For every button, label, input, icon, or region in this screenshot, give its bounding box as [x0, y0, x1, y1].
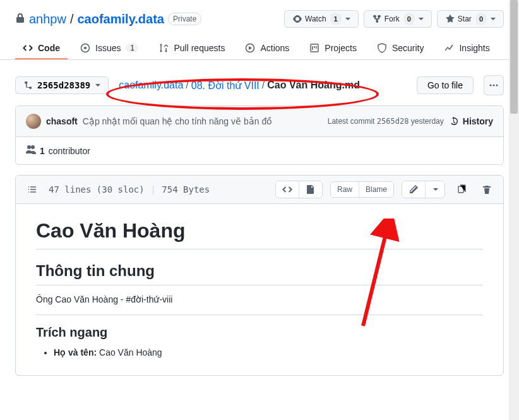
breadcrumb-file: Cao Văn Hoàng.md — [267, 80, 360, 91]
file-lines: 47 lines (30 sloc) — [49, 184, 145, 195]
copy-icon[interactable] — [453, 181, 470, 198]
tab-issues-label: Issues — [95, 43, 121, 53]
edit-button[interactable] — [402, 181, 425, 198]
star-button[interactable]: Star 0 — [437, 10, 504, 28]
tab-code[interactable]: Code — [15, 38, 68, 59]
tab-projects[interactable]: Projects — [302, 38, 364, 59]
rendered-view-button[interactable] — [299, 181, 322, 198]
content-p1: Ông Cao Văn Hoàng - #đời-thứ-viii — [36, 294, 483, 304]
commit-meta: Latest commit 2565d28 yesterday — [328, 117, 444, 126]
list-item: Họ và tên: Cao Văn Hoàng — [54, 347, 483, 357]
watch-count: 1 — [330, 13, 342, 25]
breadcrumb-folder[interactable]: 08. Đời thứ VIII — [191, 80, 260, 92]
svg-point-9 — [496, 85, 498, 87]
tab-projects-label: Projects — [325, 43, 357, 53]
edit-dropdown[interactable] — [425, 181, 444, 198]
scrollbar[interactable] — [509, 0, 519, 420]
source-view-button[interactable] — [276, 181, 299, 198]
commit-when: yesterday — [411, 117, 444, 126]
raw-button[interactable]: Raw — [331, 182, 359, 197]
svg-point-8 — [493, 85, 495, 87]
delete-icon[interactable] — [478, 181, 496, 198]
slash: / — [70, 12, 74, 27]
fork-button[interactable]: Fork 0 — [364, 10, 432, 28]
raw-blame-group: Raw Blame — [330, 181, 394, 198]
tab-pulls[interactable]: Pull requests — [151, 38, 232, 59]
repo-owner-link[interactable]: anhpw — [29, 12, 66, 27]
caret-icon — [419, 18, 424, 23]
view-mode-group — [275, 181, 323, 198]
tab-actions-label: Actions — [260, 43, 289, 53]
commit-author[interactable]: chasoft — [46, 116, 78, 126]
branch-ref: 2565d28389 — [37, 80, 90, 90]
svg-point-2 — [160, 44, 162, 46]
svg-point-7 — [490, 85, 492, 87]
watch-label: Watch — [305, 13, 326, 25]
star-label: Star — [458, 13, 472, 25]
blame-button[interactable]: Blame — [359, 182, 393, 197]
tab-insights[interactable]: Insights — [436, 38, 497, 59]
tab-security-label: Security — [392, 43, 424, 53]
tab-security[interactable]: Security — [369, 38, 432, 59]
svg-point-4 — [165, 51, 167, 52]
tab-actions[interactable]: Actions — [237, 38, 297, 59]
list-icon[interactable] — [23, 181, 41, 198]
commit-message[interactable]: Cập nhật mối quan hệ cho tính năng vẽ bả… — [83, 116, 272, 126]
contributors-count: 1 — [40, 146, 45, 156]
breadcrumb-root[interactable]: caofamily.data — [119, 80, 183, 91]
caret-icon — [95, 84, 100, 89]
file-box: 47 lines (30 sloc) | 754 Bytes Raw Blame — [15, 175, 504, 376]
fork-label: Fork — [385, 13, 400, 25]
file-content: Cao Văn Hoàng Thông tin chung Ông Cao Vă… — [16, 204, 503, 375]
latest-commit-box: chasoft Cập nhật mối quan hệ cho tính nă… — [15, 105, 504, 165]
file-bytes: 754 Bytes — [162, 184, 210, 195]
tab-code-label: Code — [38, 43, 60, 53]
watch-button[interactable]: Watch 1 — [284, 10, 359, 28]
fork-count: 0 — [403, 13, 415, 25]
content-h3: Trích ngang — [36, 325, 483, 340]
commit-sha[interactable]: 2565d28 — [377, 117, 409, 126]
tab-insights-label: Insights — [459, 43, 489, 53]
lock-icon — [15, 12, 25, 27]
svg-point-3 — [160, 51, 162, 52]
more-button[interactable] — [484, 75, 504, 95]
caret-icon — [491, 18, 496, 23]
repo-name-link[interactable]: caofamily.data — [78, 12, 164, 27]
history-link[interactable]: History — [449, 116, 493, 126]
go-to-file-button[interactable]: Go to file — [417, 76, 474, 94]
star-count: 0 — [475, 13, 487, 25]
avatar[interactable] — [26, 114, 41, 129]
tab-pulls-label: Pull requests — [174, 43, 225, 53]
svg-point-1 — [84, 47, 86, 49]
content-h1: Cao Văn Hoàng — [36, 219, 483, 249]
visibility-badge: Private — [168, 13, 201, 25]
branch-selector[interactable]: 2565d28389 — [15, 76, 109, 94]
contributors-label: contributor — [49, 146, 90, 156]
tab-issues-count: 1 — [126, 44, 138, 52]
caret-icon — [345, 18, 350, 23]
tab-issues[interactable]: Issues 1 — [73, 38, 146, 59]
scrollbar-thumb[interactable] — [510, 0, 518, 114]
breadcrumb: caofamily.data / 08. Đời thứ VIII / Cao … — [119, 80, 360, 92]
content-h2: Thông tin chung — [36, 262, 483, 285]
edit-group — [402, 181, 445, 198]
contributors-icon — [26, 145, 36, 157]
